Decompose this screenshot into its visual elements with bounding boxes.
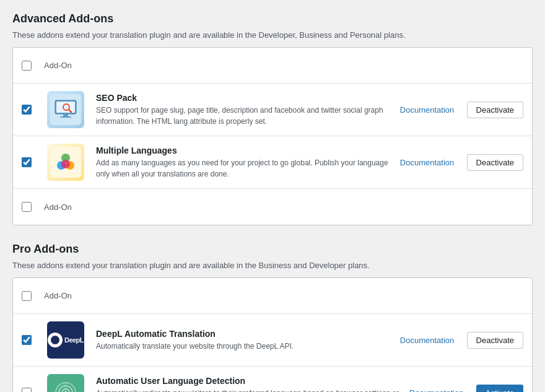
deepl-doc-link[interactable]: Documentation	[396, 336, 458, 345]
deepl-logo-circle-inner	[51, 336, 59, 344]
deepl-icon: DeepL	[47, 321, 84, 359]
advanced-header-checkbox-cell	[22, 61, 44, 71]
multiple-languages-icon-cell	[44, 144, 87, 181]
advanced-header-checkbox[interactable]	[22, 61, 32, 71]
seo-pack-svg	[50, 94, 81, 125]
autolang-checkbox-cell	[22, 388, 44, 392]
autolang-desc: Automatically redirects new visitors to …	[96, 388, 399, 393]
pro-header-checkbox[interactable]	[22, 291, 32, 301]
autolang-icon	[47, 374, 84, 392]
advanced-section: Advanced Add-ons These addons extend you…	[12, 12, 533, 225]
deepl-info: DeepL Automatic Translation Automaticall…	[96, 329, 390, 352]
page-wrapper: Advanced Add-ons These addons extend you…	[12, 12, 533, 392]
pro-title: Pro Add-ons	[12, 243, 533, 256]
seo-pack-checkbox-cell	[22, 105, 44, 115]
advanced-title: Advanced Add-ons	[12, 12, 533, 25]
multiple-languages-doc-link[interactable]: Documentation	[396, 158, 458, 167]
advanced-addon-table: Add-On	[12, 47, 533, 225]
svg-rect-4	[60, 116, 71, 118]
advanced-footer-label: Add-On	[44, 203, 72, 212]
autolang-svg	[50, 377, 81, 392]
multiple-languages-icon	[47, 144, 84, 181]
seo-pack-checkbox[interactable]	[22, 105, 32, 115]
deepl-checkbox[interactable]	[22, 335, 32, 345]
pro-desc: These addons extend your translation plu…	[12, 261, 533, 270]
seo-pack-name: SEO Pack	[96, 93, 390, 103]
pro-header-row: Add-On	[13, 278, 532, 314]
autolang-row: Automatic User Language Detection Automa…	[13, 367, 532, 392]
advanced-desc: These addons extend your translation plu…	[12, 30, 533, 40]
deepl-logo-circle	[48, 333, 63, 347]
multiple-languages-action-cell: Deactivate	[467, 154, 523, 171]
seo-pack-icon-cell	[44, 91, 87, 128]
deepl-checkbox-cell	[22, 335, 44, 345]
multiple-languages-checkbox[interactable]	[22, 157, 32, 167]
deepl-logo-text: DeepL	[64, 336, 84, 344]
autolang-activate-button[interactable]: Activate	[476, 385, 523, 393]
pro-section: Pro Add-ons These addons extend your tra…	[12, 243, 533, 392]
multilang-svg	[50, 147, 81, 178]
multiple-languages-checkbox-cell	[22, 157, 44, 167]
pro-header-label: Add-On	[44, 291, 72, 300]
deepl-deactivate-button[interactable]: Deactivate	[467, 332, 523, 349]
deepl-logo: DeepL	[48, 333, 84, 347]
svg-rect-2	[56, 102, 75, 113]
advanced-footer-row: Add-On	[13, 189, 532, 225]
autolang-checkbox[interactable]	[22, 388, 32, 392]
autolang-action-cell: Activate	[476, 385, 523, 393]
seo-pack-doc-link[interactable]: Documentation	[396, 105, 458, 115]
seo-pack-icon	[47, 91, 84, 128]
advanced-footer-checkbox-cell	[22, 202, 44, 212]
seo-pack-action-cell: Deactivate	[467, 102, 523, 118]
deepl-icon-cell: DeepL	[44, 321, 87, 359]
advanced-header-row: Add-On	[13, 48, 532, 84]
advanced-header-label: Add-On	[44, 61, 72, 70]
autolang-name: Automatic User Language Detection	[96, 376, 399, 386]
deepl-name: DeepL Automatic Translation	[96, 329, 390, 339]
autolang-doc-link[interactable]: Documentation	[406, 388, 468, 393]
multiple-languages-deactivate-button[interactable]: Deactivate	[467, 154, 523, 171]
deepl-row: DeepL DeepL Automatic Translation Automa…	[13, 314, 532, 367]
multiple-languages-row: Multiple Languages Add as many languages…	[13, 136, 532, 189]
autolang-icon-cell	[44, 374, 87, 392]
multiple-languages-name: Multiple Languages	[96, 146, 390, 155]
pro-header-checkbox-cell	[22, 291, 44, 301]
deepl-desc: Automatically translate your website thr…	[96, 341, 390, 352]
seo-pack-deactivate-button[interactable]: Deactivate	[467, 102, 523, 118]
pro-addon-table: Add-On DeepL	[12, 277, 533, 392]
autolang-info: Automatic User Language Detection Automa…	[96, 376, 399, 393]
multiple-languages-desc: Add as many languages as you need for yo…	[96, 157, 390, 180]
seo-pack-desc: SEO support for page slug, page title, d…	[96, 105, 390, 127]
seo-pack-info: SEO Pack SEO support for page slug, page…	[96, 93, 390, 127]
seo-pack-row: SEO Pack SEO support for page slug, page…	[13, 84, 532, 136]
svg-point-11	[61, 160, 70, 168]
deepl-action-cell: Deactivate	[467, 332, 523, 349]
multiple-languages-info: Multiple Languages Add as many languages…	[96, 146, 390, 180]
advanced-footer-checkbox[interactable]	[22, 202, 32, 212]
